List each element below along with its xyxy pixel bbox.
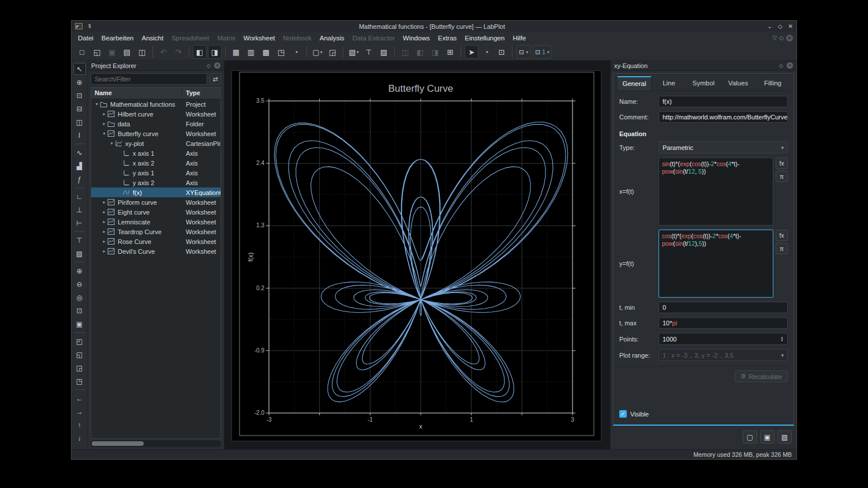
tree-row-teardrop-curve[interactable]: ▸Teardrop CurveWorksheet <box>91 227 220 237</box>
select-mode-button[interactable]: ➤ <box>465 45 478 59</box>
pan-mode-button[interactable]: ◔ <box>480 45 493 59</box>
add-y-axis-button[interactable]: ⊢ <box>73 217 86 229</box>
tree-row-eight-curve[interactable]: ▸Eight curveWorksheet <box>91 207 220 217</box>
zoom-in-button[interactable]: ⊕ <box>73 265 86 277</box>
new-spreadsheet-button[interactable]: ▥ <box>244 45 258 59</box>
tree-row-y-axis-2[interactable]: y axis 2Axis <box>91 178 220 187</box>
add-xy-curve-button[interactable]: ∿ <box>73 147 86 159</box>
expander-icon[interactable]: ▸ <box>101 209 107 215</box>
visible-checkbox[interactable]: ✓ <box>619 410 627 418</box>
close-icon[interactable]: ✕ <box>788 23 793 29</box>
add-image-button[interactable]: ▨ <box>377 45 391 59</box>
expander-icon[interactable]: ▾ <box>101 131 107 136</box>
tree-row-x-axis-1[interactable]: x axis 1Axis <box>91 148 220 158</box>
shift-left-x-button[interactable]: ← <box>73 392 86 404</box>
add-image-button[interactable]: ▧ <box>73 247 86 260</box>
menu-ansicht[interactable]: Ansicht <box>137 33 167 43</box>
zoom-out-button[interactable]: ⊖ <box>73 278 86 290</box>
tree-row-piriform-curve[interactable]: ▸Piriform curveWorksheet <box>91 197 220 207</box>
cursor-tool-button[interactable]: I <box>73 129 86 141</box>
new-notebook-button[interactable]: ▢▾ <box>310 45 324 59</box>
tab-general[interactable]: General <box>617 76 652 91</box>
toggle-project-explorer-button[interactable]: ◧ <box>193 45 207 59</box>
dock-close-icon[interactable]: ✕ <box>787 62 793 69</box>
expander-icon[interactable]: ▾ <box>93 102 100 107</box>
print-preview-button[interactable]: ◫ <box>135 45 149 59</box>
zoom-in-x-button[interactable]: ◲ <box>73 362 86 374</box>
scrollbar-thumb[interactable] <box>92 441 144 446</box>
menu-hilfe[interactable]: Hilfe <box>508 33 530 43</box>
zoom-x-select-tool-button[interactable]: ⊟ <box>73 103 86 115</box>
maximize-icon[interactable]: ◇ <box>778 23 783 29</box>
tree-row-lemniscate[interactable]: ▸LemniscateWorksheet <box>91 217 220 227</box>
add-histogram-button[interactable]: ▟ <box>73 160 86 172</box>
new-worksheet-button[interactable]: ▦ <box>229 45 243 59</box>
zoom-fit-selection-button[interactable]: ⊡ <box>73 305 86 317</box>
tree-row-data[interactable]: ▸dataFolder <box>91 119 220 129</box>
functions-button[interactable]: fx <box>776 157 788 169</box>
tree-header[interactable]: Name Type <box>91 88 220 99</box>
zoom-select-mode-button[interactable]: ⊡ <box>495 45 508 59</box>
dock-float-icon[interactable]: ◇ <box>207 63 211 69</box>
expander-icon[interactable]: ▸ <box>101 229 107 234</box>
y-equation-input[interactable]: cos(t)*(exp(cos(t))-2*cos(4*t)-pow(sin(t… <box>659 230 773 298</box>
save-icon[interactable]: ▣ <box>760 430 775 444</box>
butterfly-worksheet[interactable]: -3-1133.52.41.30.2-0.9-2.0Butterfly Curv… <box>231 70 601 441</box>
zoom-origin-button[interactable]: ◎ <box>73 291 86 303</box>
tab-symbol[interactable]: Symbol <box>686 76 721 91</box>
tree-row-y-axis-1[interactable]: y axis 1Axis <box>91 168 220 178</box>
tmax-field[interactable]: 10*pi <box>659 317 788 329</box>
constants-button[interactable]: π <box>776 243 788 254</box>
import-button[interactable]: ◲ <box>326 45 339 59</box>
tree-row-devil-s-curve[interactable]: ▸Devil's CurveWorksheet <box>91 246 220 256</box>
add-text-label-button[interactable]: ⊤ <box>362 45 376 59</box>
tree-row-f-x-[interactable]: f(x)XYEquationCurve <box>91 187 220 197</box>
points-spinner[interactable]: 1000 ▲▼ <box>659 333 788 345</box>
tree-row-butterfly-curve[interactable]: ▾Butterfly curveWorksheet <box>91 129 220 138</box>
functions-button[interactable]: fx <box>776 230 788 241</box>
tree-row-xy-plot[interactable]: ▾xy-plotCartesianPlot <box>91 138 220 148</box>
menu-bearbeiten[interactable]: Bearbeiten <box>98 33 138 43</box>
navigate-tool-button[interactable]: ⊕ <box>73 76 86 88</box>
comment-field[interactable]: http://mathworld.wolfram.com/ButterflyCu… <box>659 111 788 123</box>
add-axis-button[interactable]: ∟ <box>73 190 86 202</box>
magnification-combo[interactable]: ⊡1▾ <box>533 45 552 59</box>
column-name[interactable]: Name <box>91 88 182 99</box>
shift-right-x-button[interactable]: → <box>73 406 86 418</box>
new-workbook-button[interactable]: ◳ <box>274 45 288 59</box>
menu-windows[interactable]: Windows <box>399 33 434 43</box>
new-subwindow-button[interactable]: ⊞ <box>443 45 457 59</box>
pin-icon[interactable]: ✎ <box>85 22 93 31</box>
tree-row-rose-curve[interactable]: ▸Rose CurveWorksheet <box>91 237 220 246</box>
dock-float-icon[interactable]: ◇ <box>779 63 783 69</box>
tab-values[interactable]: Values <box>721 76 755 91</box>
expander-icon[interactable]: ▸ <box>101 200 107 205</box>
scale-auto-y-button[interactable]: ◱ <box>73 348 86 361</box>
open-project-button[interactable]: ◱ <box>90 45 104 59</box>
tab-line[interactable]: Line <box>652 76 686 91</box>
presenter-mode-combo[interactable]: ⊡▾ <box>517 45 530 59</box>
save-as-template-icon[interactable]: ▨ <box>777 430 792 444</box>
add-text-frame-button[interactable]: ⊤ <box>73 234 86 246</box>
search-input[interactable] <box>91 73 207 85</box>
name-field[interactable]: f(x) <box>659 96 788 107</box>
menu-analysis[interactable]: Analysis <box>316 33 349 43</box>
expander-icon[interactable]: ▸ <box>101 219 107 224</box>
subwindow-restore-icon[interactable]: ▽ <box>773 35 777 41</box>
expander-icon[interactable]: ▸ <box>101 249 107 254</box>
menu-datei[interactable]: Datei <box>74 33 98 43</box>
subwindow-maximize-icon[interactable]: ◇ <box>779 35 784 41</box>
project-explorer-header[interactable]: Project Explorer ◇ ✕ <box>88 61 224 71</box>
tree-row-x-axis-2[interactable]: x axis 2Axis <box>91 158 220 168</box>
scale-auto-x-button[interactable]: ◰ <box>73 335 86 347</box>
menu-einstellungen[interactable]: Einstellungen <box>461 33 508 43</box>
tab-filling[interactable]: Filling <box>755 76 790 91</box>
new-matrix-button[interactable]: ▩ <box>259 45 273 59</box>
x-equation-input[interactable]: sin(t)*(exp(cos(t))-2*cos(4*t)-pow(sin(t… <box>659 157 773 226</box>
new-datapicker-button[interactable]: ◔ <box>289 45 303 59</box>
expander-icon[interactable]: ▾ <box>108 141 115 146</box>
butterfly-plot[interactable]: -3-1133.52.41.30.2-0.9-2.0Butterfly Curv… <box>232 71 601 441</box>
tree-row-hilbert-curve[interactable]: ▸Hilbert curveWorksheet <box>91 109 220 119</box>
print-button[interactable]: ▤ <box>120 45 134 59</box>
shift-up-y-button[interactable]: ↑ <box>73 419 86 431</box>
